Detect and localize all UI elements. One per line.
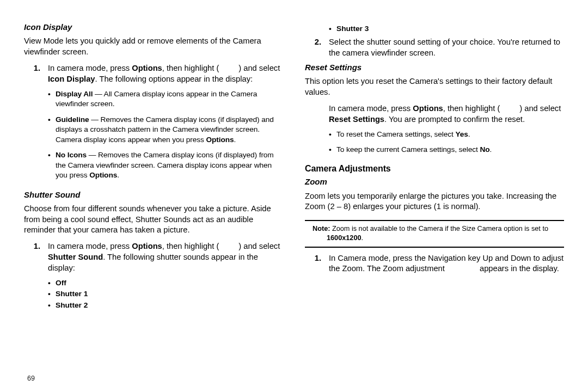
text: Zoom is not available to the Camera if t…: [332, 225, 548, 232]
text: — Removes the Camera display icons (if d…: [56, 151, 274, 179]
shutter-1: Shutter 1: [56, 289, 283, 299]
page-number: 69: [27, 375, 35, 382]
bullet-icon: •: [48, 301, 56, 310]
step-number: 1.: [305, 253, 329, 275]
text: Options: [89, 171, 117, 179]
reset-instructions: In camera mode, press Options, then high…: [329, 103, 564, 155]
text: Options: [206, 136, 234, 144]
shutter-3: Shutter 3: [336, 24, 564, 34]
list-item: •Off: [48, 278, 283, 288]
reset-settings-label: Reset Settings: [329, 115, 384, 124]
step-number: 1.: [24, 241, 48, 311]
list-item: • Display All — All Camera display icons…: [48, 89, 283, 109]
shutter-sound-options: •Off •Shutter 1 •Shutter 2: [48, 278, 283, 310]
text: .: [489, 145, 492, 154]
bullet-icon: •: [48, 115, 56, 145]
shutter-sound-intro: Choose from four different sounds whenev…: [24, 204, 283, 236]
text: Guideline: [56, 115, 89, 124]
display-all-option: Display All — All Camera display icons a…: [56, 89, 283, 109]
zoom-intro: Zoom lets you temporarily enlarge the pi…: [305, 191, 564, 213]
text: . You are prompted to confirm the reset.: [384, 115, 525, 124]
shutter-2: Shutter 2: [56, 301, 283, 310]
list-item: • To reset the Camera settings, select Y…: [329, 130, 564, 139]
shutter-sound-steps: 1. In camera mode, press Options, then h…: [24, 241, 283, 311]
text: .: [117, 171, 119, 179]
step-number: 1.: [24, 63, 48, 186]
heading-reset-settings: Reset Settings: [305, 62, 564, 73]
text: appears in the display.: [477, 264, 559, 273]
options-label: Options: [132, 64, 162, 72]
reset-intro: This option lets you reset the Camera's …: [305, 76, 564, 98]
list-item: 1. In camera mode, press Options, then h…: [24, 241, 283, 311]
heading-zoom: Zoom: [305, 176, 564, 187]
step-number: 2.: [305, 37, 329, 59]
shutter-off: Off: [56, 278, 283, 288]
note-label: Note:: [313, 225, 330, 232]
text: Display All: [56, 90, 93, 98]
reset-no: To keep the current Camera settings, sel…: [336, 145, 564, 155]
icon-display-label: Icon Display: [48, 75, 95, 83]
step-body: Select the shutter sound setting of your…: [329, 37, 564, 59]
icon-display-options: • Display All — All Camera display icons…: [48, 89, 283, 181]
bullet-icon: •: [48, 150, 56, 180]
text: .: [234, 136, 236, 144]
text: .: [362, 234, 364, 242]
list-item: •Shutter 3: [329, 24, 564, 34]
list-item: • To keep the current Camera settings, s…: [329, 145, 564, 155]
text: ) and select: [238, 242, 280, 250]
zoom-note: Note: Zoom is not available to the Camer…: [305, 220, 564, 247]
bullet-icon: •: [329, 24, 336, 34]
icon-display-steps: 1. In camera mode, press Options, then h…: [24, 63, 283, 186]
note-body-line2: 1600x1200.: [327, 234, 562, 243]
text: Yes: [455, 130, 468, 138]
shutter-sound-options-cont: •Shutter 3: [329, 24, 564, 34]
step-body: In camera mode, press Options, then high…: [48, 241, 283, 311]
text: .: [468, 130, 470, 138]
text: No Icons: [56, 151, 87, 159]
heading-camera-adjustments: Camera Adjustments: [305, 163, 564, 175]
text: In camera mode, press: [329, 104, 413, 113]
text: To keep the current Camera settings, sel…: [336, 145, 480, 154]
options-label: Options: [413, 104, 443, 113]
text: No: [480, 145, 489, 154]
text: ) and select: [238, 64, 280, 72]
no-icons-option: No Icons — Removes the Camera display ic…: [56, 150, 283, 180]
document-page: Icon Display View Mode lets you quickly …: [0, 0, 588, 392]
bullet-icon: •: [48, 289, 56, 299]
text: 1600x1200: [327, 234, 362, 242]
zoom-steps: 1. In Camera mode, press the Navigation …: [305, 253, 564, 275]
right-column: •Shutter 3 2. Select the shutter sound s…: [305, 20, 564, 387]
text: To reset the Camera settings, select: [336, 130, 455, 138]
text: — Removes the Camera display icons (if d…: [56, 115, 274, 144]
heading-shutter-sound: Shutter Sound: [24, 189, 283, 200]
text: , then highlight (: [162, 242, 219, 250]
options-label: Options: [132, 242, 162, 250]
reset-yes: To reset the Camera settings, select Yes…: [336, 130, 564, 139]
reset-choices: • To reset the Camera settings, select Y…: [329, 130, 564, 155]
bullet-icon: •: [48, 89, 56, 109]
text: In camera mode, press: [48, 242, 132, 250]
list-item: 1. In Camera mode, press the Navigation …: [305, 253, 564, 275]
shutter-sound-step2: 2. Select the shutter sound setting of y…: [305, 37, 564, 59]
text: , then highlight (: [443, 104, 500, 113]
icon-display-intro: View Mode lets you quickly add or remove…: [24, 36, 283, 58]
list-item: • No Icons — Removes the Camera display …: [48, 150, 283, 180]
list-item: •Shutter 2: [48, 301, 283, 310]
text: , then highlight (: [162, 64, 219, 72]
list-item: •Shutter 1: [48, 289, 283, 299]
left-column: Icon Display View Mode lets you quickly …: [24, 20, 283, 387]
bullet-icon: •: [48, 278, 56, 288]
bullet-icon: •: [329, 130, 336, 139]
step-body: In camera mode, press Options, then high…: [48, 63, 283, 186]
text: ) and select: [519, 104, 561, 113]
shutter-sound-label: Shutter Sound: [48, 253, 103, 261]
step-body: In Camera mode, press the Navigation key…: [329, 253, 564, 275]
list-item: • Guideline — Removes the Camera display…: [48, 115, 283, 145]
heading-icon-display: Icon Display: [24, 22, 283, 33]
guideline-option: Guideline — Removes the Camera display i…: [56, 115, 283, 145]
text: . The following options appear in the di…: [95, 75, 253, 83]
bullet-icon: •: [329, 145, 336, 155]
text: In camera mode, press: [48, 64, 132, 72]
list-item: 1. In camera mode, press Options, then h…: [24, 63, 283, 186]
list-item: 2. Select the shutter sound setting of y…: [305, 37, 564, 59]
